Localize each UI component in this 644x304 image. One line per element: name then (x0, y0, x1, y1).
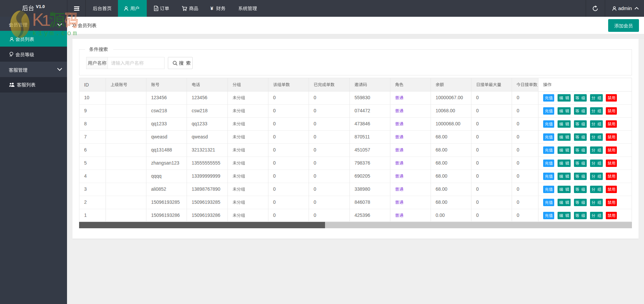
svg-text:1: 1 (42, 11, 51, 29)
svg-text:k1ym.com: k1ym.com (33, 29, 79, 37)
